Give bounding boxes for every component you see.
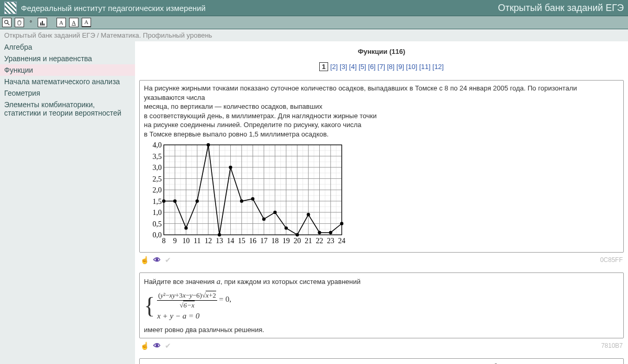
svg-point-110 <box>173 200 176 203</box>
svg-point-119 <box>273 211 276 214</box>
svg-point-0 <box>5 20 8 24</box>
top-header: Федеральный институт педагогических изме… <box>0 0 628 16</box>
svg-text:12: 12 <box>205 237 212 245</box>
svg-point-117 <box>251 197 254 200</box>
svg-point-122 <box>307 213 310 216</box>
task-code: 0C85FF <box>600 256 623 264</box>
toolbar: ° A A A <box>0 16 628 29</box>
pager: 1 [2] [3] [4] [5] [6] [7] [8] [9] [10] [… <box>139 63 624 71</box>
svg-text:1,0: 1,0 <box>153 209 162 217</box>
search-icon[interactable] <box>2 18 12 27</box>
svg-text:0,5: 0,5 <box>153 220 162 228</box>
page-title: Функции (116) <box>139 48 624 55</box>
check-icon[interactable]: ✔ <box>165 256 171 264</box>
svg-text:23: 23 <box>327 237 334 245</box>
task-text-outro: имеет ровно два различных решения. <box>144 325 619 335</box>
task-card: На рисунке жирными точками показано суто… <box>139 358 624 364</box>
task-text: На рисунке жирными точками показано суто… <box>144 84 619 139</box>
sidebar-item[interactable]: Начала математического анализа <box>0 76 135 87</box>
svg-text:4,0: 4,0 <box>153 142 162 149</box>
bank-title[interactable]: Открытый банк заданий ЕГЭ <box>498 3 624 14</box>
pager-link[interactable]: [8] <box>387 63 394 71</box>
svg-rect-4 <box>42 21 43 25</box>
svg-text:8: 8 <box>162 237 166 245</box>
sidebar-item[interactable]: Алгебра <box>0 41 135 53</box>
hand-icon[interactable] <box>15 18 24 27</box>
content-area: Функции (116) 1 [2] [3] [4] [5] [6] [7] … <box>135 41 628 364</box>
svg-text:3,0: 3,0 <box>153 164 162 172</box>
pager-link[interactable]: [11] <box>419 63 431 71</box>
pager-link[interactable]: [2] <box>330 63 338 71</box>
add-to-basket-icon[interactable]: ☝ <box>140 256 149 264</box>
svg-line-1 <box>8 24 10 26</box>
svg-rect-3 <box>40 22 41 25</box>
pager-link[interactable]: [5] <box>358 63 366 71</box>
svg-text:2,0: 2,0 <box>153 186 162 194</box>
svg-point-115 <box>229 166 232 169</box>
breadcrumb: Открытый банк заданий ЕГЭ / Математика. … <box>0 29 628 41</box>
svg-text:1,5: 1,5 <box>153 198 162 206</box>
svg-text:0,0: 0,0 <box>153 231 162 239</box>
sidebar-item[interactable]: Уравнения и неравенства <box>0 53 135 64</box>
task-card: На рисунке жирными точками показано суто… <box>139 80 624 253</box>
task-footer: ☝ 👁 ✔ 0C85FF <box>139 255 624 272</box>
task-code: 7810B7 <box>601 342 623 349</box>
equation-system: { (y²−xy+3x−y−6)√x+2 √6−x = 0, x + y − a… <box>144 290 619 322</box>
svg-text:19: 19 <box>283 237 290 245</box>
degree-icon[interactable]: ° <box>27 18 35 27</box>
svg-text:15: 15 <box>238 237 245 245</box>
add-to-basket-icon[interactable]: ☝ <box>140 342 149 350</box>
pager-link[interactable]: [9] <box>397 63 404 71</box>
task-card: Найдите все значения a, при каждом из ко… <box>139 272 624 338</box>
pager-link[interactable]: [7] <box>377 63 385 71</box>
pager-link[interactable]: [3] <box>340 63 347 71</box>
sidebar-item[interactable]: Функции <box>0 64 135 76</box>
task-footer: ☝ 👁 ✔ 7810B7 <box>139 340 624 358</box>
svg-text:13: 13 <box>216 237 223 245</box>
svg-point-112 <box>196 200 199 203</box>
svg-point-111 <box>184 226 187 230</box>
svg-point-109 <box>162 200 165 203</box>
svg-text:11: 11 <box>194 237 200 245</box>
font-medium-button[interactable]: A <box>69 18 78 27</box>
view-icon[interactable]: 👁 <box>153 256 161 264</box>
svg-point-113 <box>207 143 210 146</box>
svg-text:9: 9 <box>173 237 177 245</box>
svg-text:2,5: 2,5 <box>153 175 162 183</box>
pager-link[interactable]: [4] <box>349 63 356 71</box>
svg-text:18: 18 <box>272 237 279 245</box>
svg-rect-5 <box>43 24 44 25</box>
chart-precipitation: 0,00,51,01,52,02,53,03,54,08910111213141… <box>144 139 351 249</box>
svg-point-123 <box>318 231 321 234</box>
svg-text:3,5: 3,5 <box>153 153 162 161</box>
pager-link[interactable]: [12] <box>432 63 444 71</box>
sidebar-item[interactable]: Элементы комбинаторики, статистики и тео… <box>0 99 135 119</box>
pager-current: 1 <box>319 62 328 71</box>
task-text: Найдите все значения a, при каждом из ко… <box>144 276 619 287</box>
svg-point-118 <box>262 218 265 221</box>
svg-text:21: 21 <box>305 237 312 245</box>
sidebar-item[interactable]: Геометрия <box>0 87 135 99</box>
sidebar: АлгебраУравнения и неравенстваФункцииНач… <box>0 41 135 364</box>
logo-icon <box>4 2 17 14</box>
breadcrumb-bank[interactable]: Открытый банк заданий ЕГЭ <box>4 31 95 39</box>
view-icon[interactable]: 👁 <box>153 342 161 350</box>
svg-text:14: 14 <box>227 237 234 245</box>
bars-icon[interactable] <box>38 18 47 27</box>
svg-point-114 <box>218 233 221 236</box>
svg-point-124 <box>329 231 332 234</box>
pager-link[interactable]: [10] <box>406 63 418 71</box>
svg-point-125 <box>340 222 343 225</box>
font-small-button[interactable]: A <box>57 18 66 27</box>
pager-link[interactable]: [6] <box>368 63 375 71</box>
svg-text:24: 24 <box>338 237 345 245</box>
svg-text:10: 10 <box>183 237 190 245</box>
check-icon[interactable]: ✔ <box>165 342 171 350</box>
svg-text:22: 22 <box>316 237 323 245</box>
svg-point-116 <box>240 200 243 203</box>
svg-text:17: 17 <box>260 237 267 245</box>
font-large-button[interactable]: A <box>82 18 91 27</box>
breadcrumb-subject[interactable]: Математика. Профильный уровень <box>101 31 212 39</box>
svg-point-121 <box>296 233 299 236</box>
svg-text:20: 20 <box>294 237 301 245</box>
